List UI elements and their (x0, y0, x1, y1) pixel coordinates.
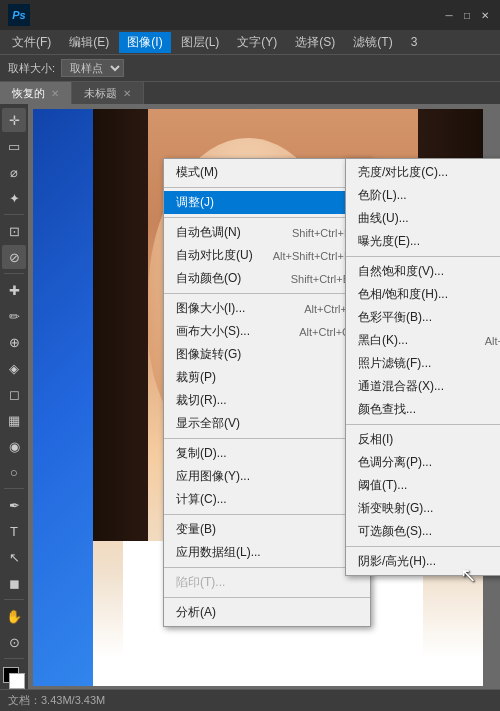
adj-color-lookup[interactable]: 颜色查找... (346, 398, 500, 421)
tool-hand[interactable]: ✋ (2, 604, 26, 628)
adj-selective-color[interactable]: 可选颜色(S)... (346, 520, 500, 543)
tool-rect-select[interactable]: ▭ (2, 134, 26, 158)
menu-image-rotate[interactable]: 图像旋转(G) ▶ (164, 343, 370, 366)
adj-sep-2 (346, 424, 500, 425)
tool-eraser[interactable]: ◻ (2, 382, 26, 406)
status-text: 文档：3.43M/3.43M (8, 693, 105, 708)
tool-clone[interactable]: ⊕ (2, 330, 26, 354)
tool-brush[interactable]: ✏ (2, 304, 26, 328)
adj-exposure[interactable]: 曝光度(E)... (346, 230, 500, 253)
tool-path-select[interactable]: ↖ (2, 545, 26, 569)
window-controls: ─ □ ✕ (442, 8, 492, 22)
menu-auto-color[interactable]: 自动颜色(O) Shift+Ctrl+B (164, 267, 370, 290)
menu-filter[interactable]: 滤镜(T) (345, 32, 400, 53)
sample-size-select[interactable]: 取样点 (61, 59, 124, 77)
menu-adjust[interactable]: 调整(J) ▶ (164, 191, 370, 214)
dd-sep-4 (164, 438, 370, 439)
menu-layer[interactable]: 图层(L) (173, 32, 228, 53)
tab-untitled[interactable]: 未标题 ✕ (72, 82, 144, 104)
tool-separator-4 (4, 599, 24, 600)
left-toolbar: ✛ ▭ ⌀ ✦ ⊡ ⊘ ✚ ✏ ⊕ ◈ ◻ ▦ ◉ ○ ✒ T ↖ ◼ (0, 104, 28, 711)
tab-close-recovered[interactable]: ✕ (51, 88, 59, 99)
adj-brightness[interactable]: 亮度/对比度(C)... (346, 161, 500, 184)
dd-sep-5 (164, 514, 370, 515)
adj-hue-sat[interactable]: 色相/饱和度(H)... (346, 283, 500, 306)
menu-crop[interactable]: 裁剪(P) (164, 366, 370, 389)
tab-recovered[interactable]: 恢复的 ✕ (0, 82, 72, 104)
menu-edit[interactable]: 编辑(E) (61, 32, 117, 53)
tool-separator-1 (4, 214, 24, 215)
tool-separator-3 (4, 488, 24, 489)
adj-color-balance[interactable]: 色彩平衡(B)... (346, 306, 500, 329)
menu-image-size[interactable]: 图像大小(I)... Alt+Ctrl+I (164, 297, 370, 320)
menu-auto-tone[interactable]: 自动色调(N) Shift+Ctrl+L (164, 221, 370, 244)
menu-file[interactable]: 文件(F) (4, 32, 59, 53)
adj-levels[interactable]: 色阶(L)... (346, 184, 500, 207)
menu-text[interactable]: 文字(Y) (229, 32, 285, 53)
tool-history[interactable]: ◈ (2, 356, 26, 380)
dd-sep-7 (164, 597, 370, 598)
adj-channel-mixer[interactable]: 通道混合器(X)... (346, 375, 500, 398)
menu-mode[interactable]: 模式(M) ▶ (164, 161, 370, 184)
sample-size-label: 取样大小: (8, 61, 55, 76)
menu-analysis[interactable]: 分析(A) (164, 601, 370, 624)
dd-sep-6 (164, 567, 370, 568)
menu-calculations[interactable]: 计算(C)... (164, 488, 370, 511)
menu-apply-image[interactable]: 应用图像(Y)... (164, 465, 370, 488)
menu-trap: 陷印(T)... (164, 571, 370, 594)
dd-sep-2 (164, 217, 370, 218)
title-bar: Ps ─ □ ✕ (0, 0, 500, 30)
close-button[interactable]: ✕ (478, 8, 492, 22)
adj-threshold[interactable]: 阈值(T)... (346, 474, 500, 497)
hair-left (93, 109, 148, 541)
options-bar: 取样大小: 取样点 (0, 54, 500, 82)
tool-separator-2 (4, 273, 24, 274)
tool-gradient[interactable]: ▦ (2, 408, 26, 432)
tool-zoom[interactable]: ⊙ (2, 630, 26, 654)
title-bar-left: Ps (8, 4, 30, 26)
adj-black-white[interactable]: 黑白(K)... Alt+ (346, 329, 500, 352)
adj-sep-3 (346, 546, 500, 547)
status-bar: 文档：3.43M/3.43M (0, 689, 500, 711)
tool-type[interactable]: T (2, 519, 26, 543)
menu-reveal-all[interactable]: 显示全部(V) (164, 412, 370, 435)
ps-logo: Ps (8, 4, 30, 26)
adj-curves[interactable]: 曲线(U)... (346, 207, 500, 230)
adj-posterize[interactable]: 色调分离(P)... (346, 451, 500, 474)
menu-select[interactable]: 选择(S) (287, 32, 343, 53)
menu-variables[interactable]: 变量(B) ▶ (164, 518, 370, 541)
menu-canvas-size[interactable]: 画布大小(S)... Alt+Ctrl+C (164, 320, 370, 343)
menu-image[interactable]: 图像(I) (119, 32, 170, 53)
menu-trim[interactable]: 裁切(R)... (164, 389, 370, 412)
tool-lasso[interactable]: ⌀ (2, 160, 26, 184)
tool-eyedropper[interactable]: ⊘ (2, 245, 26, 269)
tool-magic-wand[interactable]: ✦ (2, 186, 26, 210)
maximize-button[interactable]: □ (460, 8, 474, 22)
background-color[interactable] (9, 673, 25, 689)
dd-sep-3 (164, 293, 370, 294)
adj-sep-1 (346, 256, 500, 257)
adj-invert[interactable]: 反相(I) (346, 428, 500, 451)
ps-window: Ps ─ □ ✕ 文件(F) 编辑(E) 图像(I) 图层(L) 文字(Y) 选… (0, 0, 500, 711)
tool-blur[interactable]: ◉ (2, 434, 26, 458)
menu-duplicate[interactable]: 复制(D)... (164, 442, 370, 465)
tool-crop[interactable]: ⊡ (2, 219, 26, 243)
tool-separator-5 (4, 658, 24, 659)
tool-move[interactable]: ✛ (2, 108, 26, 132)
tool-dodge[interactable]: ○ (2, 460, 26, 484)
tool-healing[interactable]: ✚ (2, 278, 26, 302)
tool-pen[interactable]: ✒ (2, 493, 26, 517)
tab-close-untitled[interactable]: ✕ (123, 88, 131, 99)
adj-vibrance[interactable]: 自然饱和度(V)... (346, 260, 500, 283)
tool-color-picker[interactable] (3, 667, 25, 689)
adjust-submenu-dropdown: 亮度/对比度(C)... 色阶(L)... 曲线(U)... 曝光度(E)...… (345, 158, 500, 576)
menu-3d[interactable]: 3 (403, 33, 426, 51)
menu-data-sets[interactable]: 应用数据组(L)... (164, 541, 370, 564)
canvas-area: 模式(M) ▶ 调整(J) ▶ 自动色调(N) Shift+Ctrl+L 自动对 (28, 104, 500, 711)
adj-gradient-map[interactable]: 渐变映射(G)... (346, 497, 500, 520)
tool-shape[interactable]: ◼ (2, 571, 26, 595)
minimize-button[interactable]: ─ (442, 8, 456, 22)
menu-auto-contrast[interactable]: 自动对比度(U) Alt+Shift+Ctrl+L (164, 244, 370, 267)
adj-photo-filter[interactable]: 照片滤镜(F)... (346, 352, 500, 375)
image-menu-dropdown: 模式(M) ▶ 调整(J) ▶ 自动色调(N) Shift+Ctrl+L 自动对 (163, 158, 371, 627)
